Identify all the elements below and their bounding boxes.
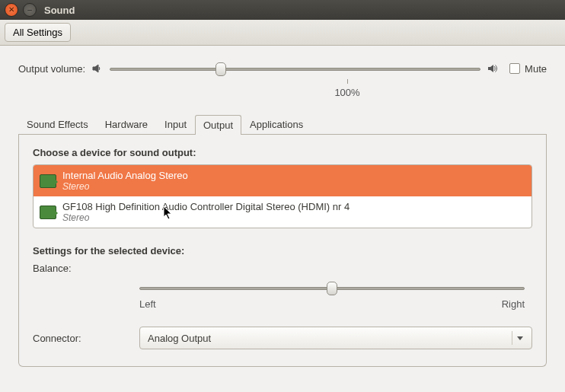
settings-device-title: Settings for the selected device: bbox=[33, 245, 532, 257]
balance-slider[interactable] bbox=[139, 280, 525, 295]
tab-applications[interactable]: Applications bbox=[241, 114, 311, 134]
soundcard-icon bbox=[40, 206, 56, 219]
mute-wrap: Mute bbox=[509, 63, 547, 75]
output-volume-slider[interactable] bbox=[110, 61, 480, 76]
all-settings-button[interactable]: All Settings bbox=[5, 23, 71, 42]
connector-row: Connector: Analog Output bbox=[33, 327, 532, 349]
titlebar: ✕ – Sound bbox=[0, 0, 565, 20]
volume-100-label: 100% bbox=[334, 87, 359, 98]
output-panel: Choose a device for sound output: Intern… bbox=[18, 135, 547, 367]
output-volume-row: Output volume: Mute bbox=[18, 61, 547, 76]
connector-value: Analog Output bbox=[148, 333, 211, 344]
balance-left-label: Left bbox=[139, 298, 156, 310]
chevron-down-icon bbox=[512, 331, 527, 345]
speaker-low-icon bbox=[91, 62, 104, 75]
device-subtype: Stereo bbox=[62, 212, 350, 223]
output-volume-label: Output volume: bbox=[18, 63, 85, 75]
device-name: GF108 High Definition Audio Controller D… bbox=[62, 201, 350, 212]
content: Output volume: Mute 100% Sound EffectsHa… bbox=[0, 46, 565, 374]
close-icon[interactable]: ✕ bbox=[5, 3, 18, 17]
device-name: Internal Audio Analog Stereo bbox=[62, 170, 188, 181]
device-row[interactable]: Internal Audio Analog StereoStereo bbox=[34, 165, 531, 196]
choose-device-title: Choose a device for sound output: bbox=[33, 147, 532, 158]
speaker-high-icon bbox=[487, 62, 499, 75]
device-row[interactable]: GF108 High Definition Audio Controller D… bbox=[34, 196, 531, 228]
tab-sound-effects[interactable]: Sound Effects bbox=[18, 114, 97, 134]
balance-label: Balance: bbox=[33, 263, 72, 274]
balance-right-label: Right bbox=[502, 298, 525, 310]
mute-checkbox[interactable] bbox=[509, 63, 520, 74]
window-title: Sound bbox=[44, 5, 75, 16]
minimize-icon[interactable]: – bbox=[23, 3, 37, 17]
soundcard-icon bbox=[40, 174, 56, 188]
tab-hardware[interactable]: Hardware bbox=[97, 114, 156, 134]
device-list: Internal Audio Analog StereoStereoGF108 … bbox=[33, 164, 532, 228]
tab-output[interactable]: Output bbox=[195, 115, 241, 135]
toolbar: All Settings bbox=[0, 20, 565, 46]
mute-label: Mute bbox=[525, 63, 547, 75]
balance-row: Balance: bbox=[33, 263, 532, 274]
connector-label: Connector: bbox=[33, 333, 81, 344]
tabs: Sound EffectsHardwareInputOutputApplicat… bbox=[18, 114, 547, 135]
connector-dropdown[interactable]: Analog Output bbox=[139, 327, 532, 349]
volume-ticks: 100% bbox=[18, 79, 547, 107]
tab-input[interactable]: Input bbox=[156, 114, 195, 134]
device-subtype: Stereo bbox=[62, 181, 188, 192]
